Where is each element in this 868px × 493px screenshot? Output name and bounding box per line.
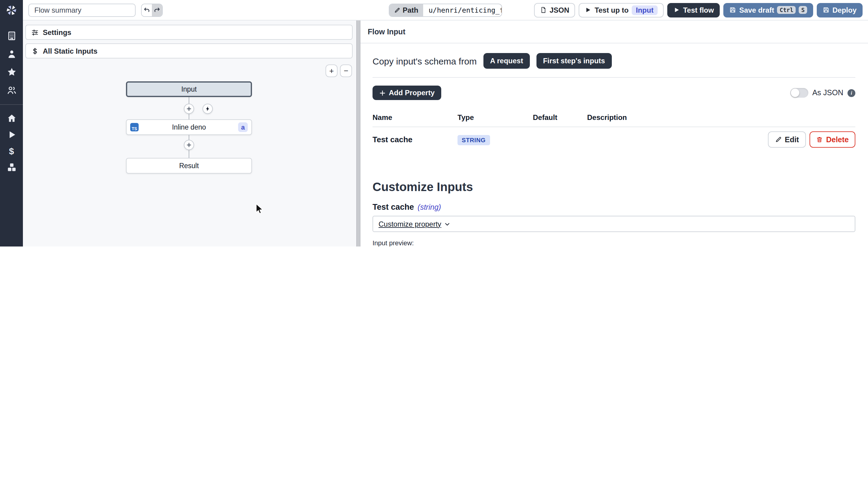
settings-label: Settings <box>43 28 71 37</box>
windmill-flow-editor: $ <box>0 0 868 246</box>
test-up-to-label: Test up to <box>595 6 629 14</box>
play-icon <box>585 7 592 13</box>
add-property-label: Add Property <box>389 89 435 97</box>
copy-from-request-button[interactable]: A request <box>483 53 530 69</box>
kbd-ctrl: Ctrl <box>777 6 796 14</box>
home-icon[interactable] <box>6 113 17 124</box>
col-name: Name <box>372 113 457 122</box>
as-json-toggle[interactable] <box>790 88 808 98</box>
customize-inputs-title: Customize Inputs <box>372 180 855 194</box>
row-actions: Edit Delete <box>768 131 855 148</box>
pencil-icon <box>394 7 400 13</box>
node-step-label: Inline deno <box>172 124 206 131</box>
as-json-control: As JSON i <box>790 88 855 98</box>
play-icon[interactable] <box>6 129 17 140</box>
test-up-to-button[interactable]: Test up to Input <box>579 3 664 17</box>
mouse-cursor <box>256 203 263 215</box>
sliders-icon <box>31 29 39 36</box>
sidebar: $ <box>0 0 23 246</box>
boxes-icon[interactable] <box>6 162 17 172</box>
properties-table: Name Type Default Description Test cache… <box>372 113 855 152</box>
undo-button[interactable] <box>142 4 152 16</box>
json-button[interactable]: JSON <box>534 3 576 17</box>
properties-table-header: Name Type Default Description <box>372 113 855 127</box>
customize-property-type: (string) <box>418 203 441 212</box>
test-flow-label: Test flow <box>683 6 714 14</box>
plus-icon <box>186 106 192 111</box>
flow-input-panel: Flow Input Copy input's schema from A re… <box>361 21 868 246</box>
json-label: JSON <box>550 6 569 14</box>
edit-button[interactable]: Edit <box>768 131 806 148</box>
typescript-badge: TS <box>130 123 139 131</box>
user-group-icon[interactable] <box>6 84 17 95</box>
node-input[interactable]: Input <box>126 81 252 97</box>
node-inline-deno[interactable]: TS Inline deno a <box>126 119 252 135</box>
kbd-s: S <box>799 6 807 14</box>
customize-property-link[interactable]: Customize property <box>378 220 450 228</box>
topbar-actions: JSON Test up to Input Test flow Save dra… <box>534 3 863 17</box>
save-icon <box>730 7 736 13</box>
windmill-logo-icon <box>5 4 18 16</box>
settings-bar[interactable]: Settings <box>25 25 353 40</box>
play-icon <box>673 7 680 13</box>
copy-from-first-step-button[interactable]: First step's inputs <box>537 53 612 69</box>
building-icon[interactable] <box>6 30 17 41</box>
trash-icon <box>817 136 823 143</box>
path-chip[interactable]: Path <box>389 4 423 16</box>
trigger-button[interactable] <box>202 104 213 114</box>
windmill-logo[interactable] <box>0 0 23 21</box>
chevron-down-icon <box>444 221 450 227</box>
add-step-button[interactable] <box>184 104 194 114</box>
all-static-inputs-bar[interactable]: All Static Inputs <box>25 43 353 59</box>
save-draft-button[interactable]: Save draft Ctrl S <box>724 3 813 17</box>
zoom-in-button[interactable]: + <box>325 64 338 77</box>
user-icon[interactable] <box>6 48 17 59</box>
path-group: Path u/henri/enticing_flow <box>389 3 502 17</box>
node-input-label: Input <box>181 86 196 93</box>
save-icon <box>823 7 829 13</box>
input-preview-label: Input preview: <box>372 239 855 246</box>
dollar-glyph: $ <box>9 146 14 155</box>
test-up-to-target-badge[interactable]: Input <box>632 5 658 15</box>
node-result-label: Result <box>179 162 199 169</box>
delete-label: Delete <box>826 135 849 144</box>
path-label: Path <box>403 6 418 14</box>
topbar: Path u/henri/enticing_flow JSON Test up … <box>23 0 868 21</box>
panel-splitter[interactable] <box>356 21 361 246</box>
deploy-label: Deploy <box>832 6 856 14</box>
edit-label: Edit <box>785 135 799 144</box>
customize-property-box: Customize property <box>372 216 855 232</box>
type-badge: STRING <box>457 135 490 145</box>
json-file-icon <box>540 7 547 13</box>
copy-schema-row: Copy input's schema from A request First… <box>372 53 855 78</box>
add-step-button[interactable] <box>184 140 194 150</box>
dollar-icon[interactable]: $ <box>6 145 17 156</box>
pencil-icon <box>775 136 782 143</box>
property-row: Test cache STRING Edit Delete <box>372 127 855 152</box>
flow-graph-panel: Settings All Static Inputs + − Input TS … <box>23 21 356 246</box>
node-result[interactable]: Result <box>126 158 252 174</box>
dollar-icon <box>31 47 39 55</box>
step-id-badge: a <box>238 122 248 132</box>
sidebar-divider <box>0 104 23 105</box>
add-property-button[interactable]: Add Property <box>372 86 441 100</box>
deploy-button[interactable]: Deploy <box>817 3 863 17</box>
flow-input-title: Flow Input <box>361 21 868 43</box>
delete-button[interactable]: Delete <box>810 131 855 148</box>
col-description: Description <box>587 113 855 122</box>
as-json-label: As JSON <box>812 89 843 97</box>
test-flow-button[interactable]: Test flow <box>667 3 720 17</box>
property-name: Test cache <box>372 135 457 144</box>
plus-icon <box>186 142 192 148</box>
flow-summary-input[interactable] <box>28 3 136 17</box>
redo-button[interactable] <box>152 4 162 16</box>
col-type: Type <box>457 113 533 122</box>
star-icon[interactable] <box>6 66 17 77</box>
zoom-out-button[interactable]: − <box>340 64 352 77</box>
save-draft-label: Save draft <box>739 6 774 14</box>
info-icon[interactable]: i <box>847 89 855 97</box>
add-property-row: Add Property As JSON i <box>372 86 855 100</box>
undo-redo-group <box>141 3 163 17</box>
undo-icon <box>144 7 150 13</box>
path-input[interactable]: u/henri/enticing_flow <box>423 6 501 14</box>
